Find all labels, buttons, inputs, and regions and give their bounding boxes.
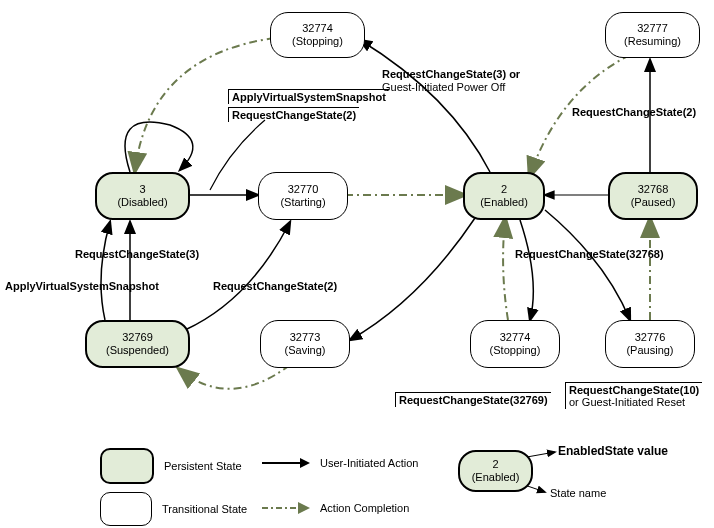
state-saving: 32773 (Saving) [260,320,350,368]
state-value: 32770 [288,183,319,196]
state-pausing: 32776 (Pausing) [605,320,695,368]
state-name: (Enabled) [480,196,528,209]
edge-rcs2-right: RequestChangeState(2) [572,106,696,119]
legend-persistent: Persistent State [100,448,242,484]
legend-transitional-swatch [100,492,152,526]
legend-transitional: Transitional State [100,492,247,526]
legend-action-completion: Action Completion [260,497,409,519]
legend-enabledstate-value: EnabledState value [558,445,668,459]
state-value: 32773 [290,331,321,344]
state-value: 2 [501,183,507,196]
state-name: (Enabled) [472,471,520,484]
dashed-arrow-icon [260,497,310,519]
state-name: (Suspended) [106,344,169,357]
state-resuming: 32777 (Resuming) [605,12,700,58]
edge-rcs10: RequestChangeState(10) or Guest-Initiate… [565,382,702,409]
legend-sample-node: 2 (Enabled) [458,450,533,492]
state-stopping-low: 32774 (Stopping) [470,320,560,368]
legend-persistent-swatch [100,448,154,484]
state-paused: 32768 (Paused) [608,172,698,220]
state-name: (Paused) [631,196,676,209]
state-disabled: 3 (Disabled) [95,172,190,220]
state-starting: 32770 (Starting) [258,172,348,220]
state-name: (Stopping) [292,35,343,48]
legend-persistent-label: Persistent State [164,460,242,472]
state-name: (Disabled) [117,196,167,209]
state-value: 32774 [500,331,531,344]
legend-completion-label: Action Completion [320,502,409,514]
legend-state-name: State name [550,487,606,500]
state-name: (Pausing) [626,344,673,357]
state-enabled: 2 (Enabled) [463,172,545,220]
state-name: (Saving) [285,344,326,357]
state-value: 32777 [637,22,668,35]
state-value: 32768 [638,183,669,196]
solid-arrow-icon [260,452,310,474]
edge-rcs3-left: RequestChangeState(3) [75,248,199,261]
edge-rcs2-top: RequestChangeState(2) [228,107,359,122]
state-name: (Resuming) [624,35,681,48]
state-value: 2 [492,458,498,471]
edge-rcs3-or-poweroff: RequestChangeState(3) or Guest-Initiated… [382,68,520,93]
state-value: 32769 [122,331,153,344]
edge-rcs32768: RequestChangeState(32768) [515,248,664,261]
state-name: (Stopping) [490,344,541,357]
legend-user-action: User-Initiated Action [260,452,418,474]
edge-applyvss-top: ApplyVirtualSystemSnapshot [228,89,389,104]
edge-applyvss-left: ApplyVirtualSystemSnapshot [5,280,159,293]
state-suspended: 32769 (Suspended) [85,320,190,368]
edge-rcs2-mid: RequestChangeState(2) [213,280,337,293]
state-value: 32774 [302,22,333,35]
state-value: 32776 [635,331,666,344]
state-stopping-top: 32774 (Stopping) [270,12,365,58]
legend-transitional-label: Transitional State [162,503,247,515]
state-name: (Starting) [280,196,325,209]
state-value: 3 [139,183,145,196]
edge-rcs32769: RequestChangeState(32769) [395,392,551,407]
legend-user-action-label: User-Initiated Action [320,457,418,469]
